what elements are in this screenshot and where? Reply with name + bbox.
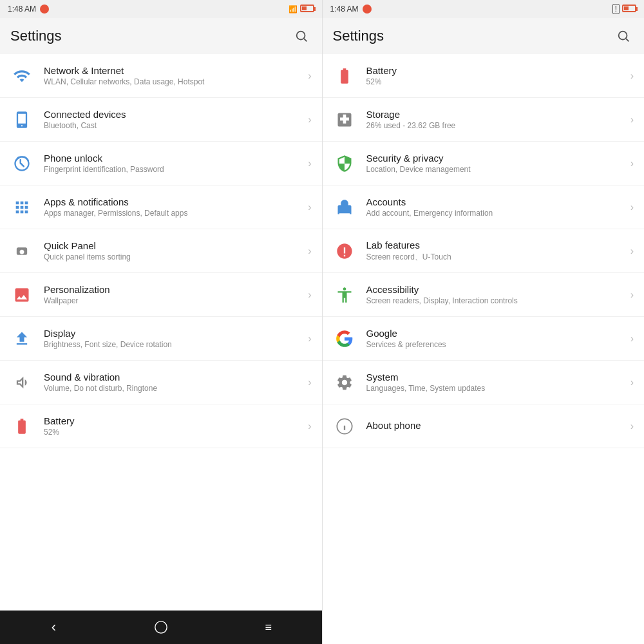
- settings-item-google[interactable]: Google Services & preferences ›: [323, 317, 645, 361]
- settings-item-battery-left[interactable]: Battery 52% ›: [0, 404, 322, 448]
- settings-item-accounts[interactable]: Accounts Add account, Emergency informat…: [323, 185, 645, 229]
- sound-chevron: ›: [308, 377, 311, 388]
- lab-subtitle: Screen record、U-Touch: [366, 252, 625, 263]
- left-panel-header: Settings: [0, 18, 322, 54]
- main-content: Settings Network & Internet WLAN, Cell: [0, 18, 644, 644]
- accessibility-subtitle: Screen readers, Display, Interaction con…: [366, 296, 625, 305]
- apps-text: Apps & notifications Apps manager, Permi…: [44, 196, 303, 218]
- settings-item-battery-right[interactable]: Battery 52% ›: [323, 54, 645, 98]
- settings-item-phoneunlock[interactable]: Phone unlock Fingerprint identification,…: [0, 142, 322, 185]
- battery-left-chevron: ›: [308, 421, 311, 432]
- phoneunlock-chevron: ›: [308, 158, 311, 169]
- svg-point-0: [296, 32, 305, 40]
- connected-text: Connected devices Bluetooth, Cast: [44, 109, 303, 130]
- battery-icon-left: [300, 5, 314, 14]
- settings-item-personalization[interactable]: Personalization Wallpaper ›: [0, 273, 322, 317]
- status-bar: 1:48 AM 📶 1:48 AM !: [0, 0, 644, 18]
- accounts-icon: [333, 196, 356, 219]
- connected-subtitle: Bluetooth, Cast: [44, 121, 303, 130]
- connected-title: Connected devices: [44, 109, 303, 120]
- settings-item-quickpanel[interactable]: Quick Panel Quick panel items sorting ›: [0, 229, 322, 273]
- settings-item-connected[interactable]: Connected devices Bluetooth, Cast ›: [0, 98, 322, 142]
- menu-button[interactable]: ≡: [254, 613, 283, 641]
- sound-title: Sound & vibration: [44, 372, 303, 383]
- lab-icon: [333, 240, 356, 263]
- home-button[interactable]: [147, 613, 175, 641]
- sound-icon: [10, 371, 33, 394]
- accounts-subtitle: Add account, Emergency information: [366, 209, 625, 218]
- personalization-text: Personalization Wallpaper: [44, 284, 303, 305]
- settings-item-security[interactable]: Security & privacy Location, Device mana…: [323, 142, 645, 185]
- storage-subtitle: 26% used - 23.62 GB free: [366, 121, 625, 130]
- system-subtitle: Languages, Time, System updates: [366, 384, 625, 393]
- settings-item-sound[interactable]: Sound & vibration Volume, Do not disturb…: [0, 361, 322, 404]
- accessibility-title: Accessibility: [366, 284, 625, 295]
- system-icon: [333, 371, 356, 394]
- alert-icon: !: [612, 4, 620, 14]
- battery-left-subtitle: 52%: [44, 428, 303, 437]
- battery-right-icon: [333, 64, 356, 88]
- left-panel-title: Settings: [10, 28, 62, 44]
- status-bar-left: 1:48 AM 📶: [0, 0, 322, 18]
- apps-icon: [10, 196, 33, 219]
- settings-item-accessibility[interactable]: Accessibility Screen readers, Display, I…: [323, 273, 645, 317]
- settings-item-storage[interactable]: Storage 26% used - 23.62 GB free ›: [323, 98, 645, 142]
- apps-chevron: ›: [308, 202, 311, 213]
- bottom-nav: ‹ ≡: [0, 611, 322, 644]
- about-chevron: ›: [630, 421, 634, 432]
- left-search-button[interactable]: [291, 26, 312, 46]
- quickpanel-subtitle: Quick panel items sorting: [44, 252, 303, 261]
- display-subtitle: Brightness, Font size, Device rotation: [44, 340, 303, 349]
- lab-title: Lab features: [366, 240, 625, 251]
- settings-item-lab[interactable]: Lab features Screen record、U-Touch ›: [323, 229, 645, 273]
- network-subtitle: WLAN, Cellular networks, Data usage, Hot…: [44, 77, 303, 86]
- storage-chevron: ›: [630, 114, 634, 126]
- svg-line-4: [626, 39, 629, 41]
- search-icon-left: [294, 29, 308, 43]
- personalization-chevron: ›: [308, 289, 311, 301]
- lab-text: Lab features Screen record、U-Touch: [366, 240, 625, 263]
- right-search-button[interactable]: [613, 26, 634, 46]
- connected-icon: [10, 108, 33, 131]
- notif-dot-right: [363, 5, 372, 14]
- back-button[interactable]: ‹: [39, 613, 68, 641]
- time-right: 1:48 AM: [330, 5, 359, 14]
- display-chevron: ›: [308, 333, 311, 345]
- left-panel: Settings Network & Internet WLAN, Cell: [0, 18, 322, 644]
- right-panel-title: Settings: [333, 28, 384, 44]
- search-icon-right: [616, 29, 630, 43]
- quickpanel-icon: [10, 240, 33, 263]
- right-panel-header: Settings: [323, 18, 645, 54]
- network-title: Network & Internet: [44, 65, 303, 76]
- sound-text: Sound & vibration Volume, Do not disturb…: [44, 372, 303, 393]
- quickpanel-text: Quick Panel Quick panel items sorting: [44, 240, 303, 261]
- security-subtitle: Location, Device management: [366, 165, 625, 174]
- network-text: Network & Internet WLAN, Cellular networ…: [44, 65, 303, 86]
- about-text: About phone: [366, 420, 625, 432]
- battery-right-text: Battery 52%: [366, 65, 625, 86]
- about-title: About phone: [366, 420, 625, 431]
- settings-item-about[interactable]: About phone ›: [323, 404, 645, 448]
- apps-subtitle: Apps manager, Permissions, Default apps: [44, 209, 303, 218]
- battery-left-icon: [10, 415, 33, 438]
- storage-title: Storage: [366, 109, 625, 120]
- storage-text: Storage 26% used - 23.62 GB free: [366, 109, 625, 130]
- google-text: Google Services & preferences: [366, 328, 625, 349]
- personalization-icon: [10, 283, 33, 307]
- battery-left-title: Battery: [44, 415, 303, 426]
- phoneunlock-title: Phone unlock: [44, 153, 303, 164]
- settings-item-display[interactable]: Display Brightness, Font size, Device ro…: [0, 317, 322, 361]
- display-title: Display: [44, 328, 303, 339]
- settings-item-system[interactable]: System Languages, Time, System updates ›: [323, 361, 645, 404]
- svg-point-3: [619, 32, 627, 40]
- settings-item-network[interactable]: Network & Internet WLAN, Cellular networ…: [0, 54, 322, 98]
- apps-title: Apps & notifications: [44, 196, 303, 207]
- display-text: Display Brightness, Font size, Device ro…: [44, 328, 303, 349]
- battery-right-chevron: ›: [630, 70, 634, 82]
- accessibility-chevron: ›: [630, 289, 634, 301]
- settings-item-apps[interactable]: Apps & notifications Apps manager, Permi…: [0, 185, 322, 229]
- lab-chevron: ›: [630, 245, 634, 257]
- accounts-chevron: ›: [630, 202, 634, 213]
- accessibility-icon: [333, 283, 356, 307]
- time-left: 1:48 AM: [8, 5, 36, 14]
